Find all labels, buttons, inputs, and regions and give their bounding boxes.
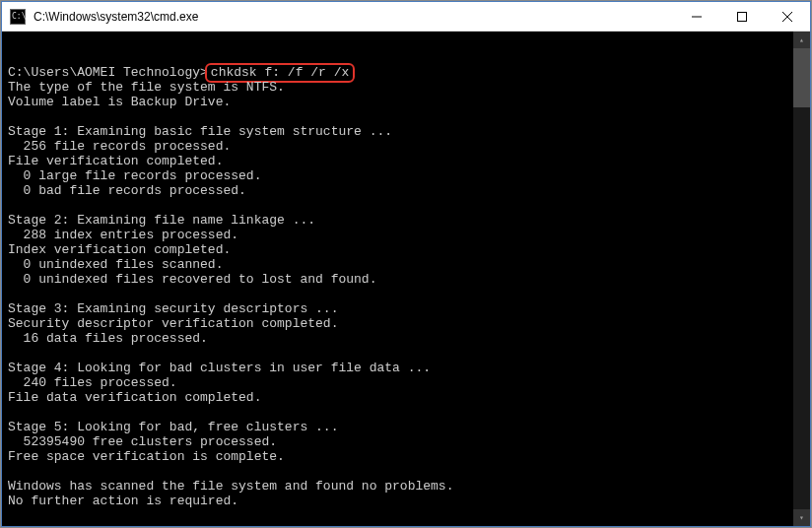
window-controls [674, 2, 810, 31]
window-title: C:\Windows\system32\cmd.exe [32, 10, 674, 24]
close-icon [782, 12, 792, 22]
console-area[interactable]: C:\Users\AOMEI Technology>chkdsk f: /f /… [2, 32, 810, 526]
scrollbar[interactable]: ▴ ▾ [793, 32, 810, 526]
close-button[interactable] [765, 2, 810, 31]
scroll-down-button[interactable]: ▾ [793, 509, 810, 526]
maximize-button[interactable] [719, 2, 765, 31]
svg-rect-1 [738, 12, 747, 21]
prompt-path: C:\Users\AOMEI Technology> [8, 65, 208, 80]
maximize-icon [737, 12, 747, 22]
scroll-track[interactable] [793, 48, 810, 509]
cmd-icon: C:\ [10, 9, 26, 25]
minimize-icon [692, 12, 702, 22]
minimize-button[interactable] [674, 2, 719, 31]
console-output: The type of the file system is NTFS. Vol… [8, 80, 453, 508]
cmd-window: C:\ C:\Windows\system32\cmd.exe C:\Users… [1, 1, 811, 527]
scroll-up-button[interactable]: ▴ [793, 32, 810, 48]
scroll-thumb[interactable] [793, 48, 810, 107]
prompt-line: C:\Users\AOMEI Technology>chkdsk f: /f /… [8, 65, 804, 80]
titlebar[interactable]: C:\ C:\Windows\system32\cmd.exe [2, 2, 810, 32]
